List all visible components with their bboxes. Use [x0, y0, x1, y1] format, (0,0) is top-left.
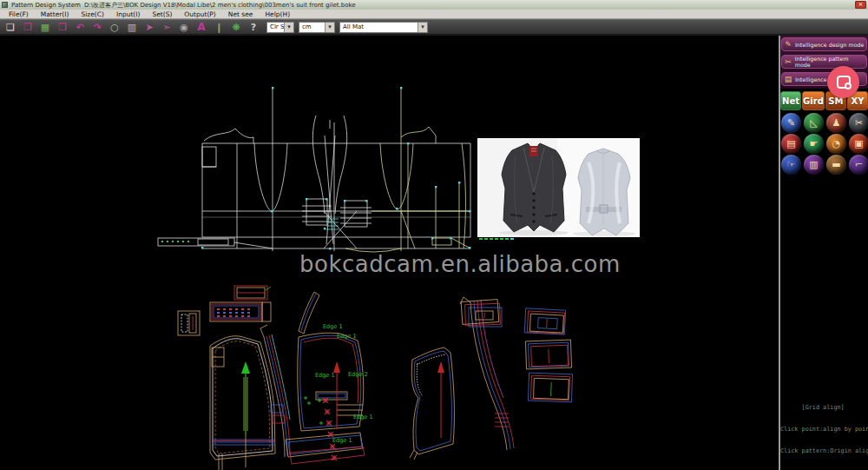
text-icon[interactable]: A: [193, 21, 210, 34]
pattern-design-app: Pattern Design System D:\改进客户三\BOK Desig…: [0, 0, 868, 470]
delete-icon[interactable]: ▥: [123, 21, 141, 34]
vest-front-photo: [502, 143, 566, 232]
set-square-tool[interactable]: ◺: [804, 113, 824, 133]
hand-tool[interactable]: ☛: [804, 134, 824, 154]
patch-tool[interactable]: ▬: [826, 155, 846, 175]
material-select-dropdown[interactable]: All Mat: [339, 22, 428, 33]
net-view-button[interactable]: Net: [780, 91, 801, 110]
svg-text:Edge 1: Edge 1: [337, 333, 357, 340]
app-icon: [2, 2, 8, 8]
menu-bar: File(F) Matter(I) Size(C) Input(I) Set(S…: [0, 10, 868, 19]
menu-matter[interactable]: Matter(I): [35, 10, 76, 19]
svg-text:Edge 1: Edge 1: [323, 323, 343, 330]
color-select-value: Clr Sel: [270, 23, 290, 30]
intelligence-design-mode-button[interactable]: ✎ Intelligence design mode: [781, 37, 867, 51]
menu-set[interactable]: Set(S): [146, 10, 178, 19]
toolbar: ❏ ❒ ▦ ❒ ↶ ↷ ○ ▥ ➤ ➣ ◉ A ❙ ❋ ? Clr Sel cm…: [0, 19, 868, 36]
view-button-row: Net Gird SM XY: [780, 91, 868, 110]
watermark: bokcadcam.en.alibaba.com: [299, 251, 621, 277]
green-markers: [161, 241, 189, 242]
tool-grid: ✎ ◺ ♟ ✂ ▤ ☛ ◔ ▣ ☞ ▥ ▬ ⌐: [780, 113, 868, 175]
back-piece: [210, 336, 275, 470]
pencil-tool[interactable]: ✎: [781, 113, 801, 133]
menu-file[interactable]: File(F): [3, 10, 35, 19]
wheel-icon[interactable]: ❋: [227, 21, 245, 34]
redo-icon[interactable]: ↷: [89, 21, 106, 34]
top-pattern-draft: [146, 83, 476, 253]
unit-select-value: cm: [302, 23, 312, 30]
zoom-icon[interactable]: ○: [106, 21, 123, 34]
menu-size[interactable]: Size(C): [75, 10, 109, 19]
sewing-machine-tool[interactable]: ▣: [849, 134, 868, 154]
color-select-dropdown[interactable]: Clr Sel: [266, 22, 294, 33]
back-grain-arrow: [241, 361, 250, 435]
mannequin-tool[interactable]: ♟: [826, 113, 846, 133]
mode-label: Intelligence design mode: [795, 42, 864, 48]
vest-back-photo: [578, 149, 630, 235]
scissors-tool[interactable]: ✂: [849, 113, 868, 133]
boot-tool[interactable]: ⌐: [849, 155, 868, 175]
design-pencil-icon: ✎: [784, 40, 792, 49]
image-search-badge[interactable]: [827, 66, 859, 98]
new-icon[interactable]: ❏: [2, 21, 19, 34]
save-icon[interactable]: ▦: [36, 21, 54, 34]
right-front-grain-arrow: [437, 361, 444, 438]
glove-tool[interactable]: ☞: [781, 155, 801, 175]
drawing-canvas[interactable]: bokcadcam.en.alibaba.com: [0, 36, 779, 470]
menu-help[interactable]: Help(H): [259, 10, 296, 19]
fabric-roll-tool[interactable]: ▥: [804, 155, 824, 175]
svg-text:Edge 2: Edge 2: [348, 371, 368, 378]
menu-output[interactable]: Output(P): [178, 10, 221, 19]
pick-arrow-icon[interactable]: ➣: [158, 21, 175, 34]
import-folder-icon[interactable]: ❒: [54, 21, 71, 34]
menu-input[interactable]: Input(I): [110, 10, 146, 19]
pin-icon[interactable]: ❙: [210, 21, 227, 34]
gird-view-button[interactable]: Gird: [802, 91, 825, 110]
svg-text:Edge 1: Edge 1: [315, 372, 335, 379]
mark-layers-icon: ▤: [784, 75, 792, 83]
document-path: D:\改进客户三\BOK Design V18\Modal Libe\2 men…: [84, 1, 356, 10]
strip-notches: [217, 308, 250, 317]
app-title: Pattern Design System: [11, 2, 81, 9]
welt-piece: [178, 311, 200, 335]
pattern-pieces-draft: Edge 1 Edge 1 Edge 1 Edge 2 Edge 1 Edge …: [167, 283, 583, 470]
svg-text:Edge 1: Edge 1: [353, 414, 373, 420]
material-select-value: All Mat: [343, 23, 364, 30]
select-arrow-icon[interactable]: ➤: [141, 21, 158, 34]
grid-align-help-text: [Grid align] Click point:align by point …: [780, 389, 868, 466]
svg-text:Edge 1: Edge 1: [332, 437, 352, 444]
product-photos: [477, 138, 640, 237]
unit-select-dropdown[interactable]: cm: [299, 22, 335, 33]
pocket-stack-pieces: [524, 308, 572, 402]
edge-labels: Edge 1 Edge 1 Edge 1 Edge 2 Edge 1 Edge …: [315, 323, 373, 444]
right-front-piece: [410, 348, 454, 460]
mode-label: Intelligence pattern mode: [795, 56, 865, 68]
open-folder-icon[interactable]: ❒: [19, 21, 36, 34]
image-search-icon: [837, 76, 851, 89]
pattern-scissors-icon: ✂: [784, 57, 792, 66]
help-icon[interactable]: ?: [245, 21, 262, 34]
curve-ruler-tool[interactable]: ◔: [826, 134, 846, 154]
sketchbook-tool[interactable]: ▤: [781, 134, 801, 154]
undo-icon[interactable]: ↶: [71, 21, 89, 34]
status-tick-row: [479, 238, 514, 240]
intelligence-pattern-mode-button[interactable]: ✂ Intelligence pattern mode: [781, 55, 867, 69]
close-button[interactable]: ×: [855, 1, 866, 9]
title-bar: Pattern Design System D:\改进客户三\BOK Desig…: [0, 0, 868, 10]
menu-netsee[interactable]: Net see: [222, 10, 260, 19]
lasso-icon[interactable]: ◉: [175, 21, 193, 34]
